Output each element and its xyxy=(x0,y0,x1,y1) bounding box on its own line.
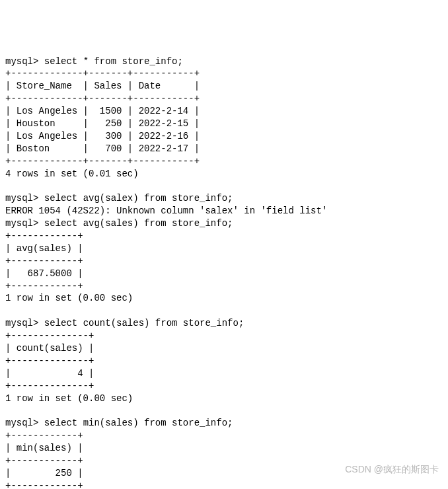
table-border: +------------+ xyxy=(5,430,83,441)
table-border: +-------------+-------+-----------+ xyxy=(5,68,200,79)
mysql-prompt: mysql> xyxy=(5,318,38,328)
table-header: | Store_Name | Sales | Date | xyxy=(5,81,200,91)
mysql-prompt: mysql> xyxy=(5,418,38,428)
result-footer: 1 row in set (0.00 sec) xyxy=(5,393,133,404)
table-header: | min(sales) | xyxy=(5,443,83,453)
table-row: | 4 | xyxy=(5,368,94,379)
terminal-output: mysql> select * from store_info; +------… xyxy=(5,56,327,489)
table-row: | Los Angeles | 300 | 2022-2-16 | xyxy=(5,131,200,141)
watermark: CSDN @疯狂的斯图卡 xyxy=(345,463,439,476)
table-header: | count(sales) | xyxy=(5,343,94,354)
result-footer: 1 row in set (0.00 sec) xyxy=(5,293,133,303)
table-row: | Houston | 250 | 2022-2-15 | xyxy=(5,118,200,129)
query-2: select avg(salex) from store_info; xyxy=(44,193,233,204)
query-4: select count(sales) from store_info; xyxy=(44,318,244,328)
table-border: +------------+ xyxy=(5,231,83,241)
mysql-prompt: mysql> xyxy=(5,218,38,229)
query-1: select * from store_info; xyxy=(44,56,183,67)
table-border: +------------+ xyxy=(5,480,83,489)
error-message: ERROR 1054 (42S22): Unknown column 'sale… xyxy=(5,206,327,216)
table-row: | 250 | xyxy=(5,468,83,478)
table-border: +------------+ xyxy=(5,455,83,466)
table-row: | 687.5000 | xyxy=(5,268,83,279)
table-border: +--------------+ xyxy=(5,381,94,391)
mysql-prompt: mysql> xyxy=(5,56,38,67)
table-border: +-------------+-------+-----------+ xyxy=(5,93,200,104)
table-border: +-------------+-------+-----------+ xyxy=(5,156,200,167)
table-row: | Los Angeles | 1500 | 2022-2-14 | xyxy=(5,106,200,116)
table-border: +--------------+ xyxy=(5,330,94,341)
query-3: select avg(sales) from store_info; xyxy=(44,218,233,229)
query-5: select min(sales) from store_info; xyxy=(44,418,233,428)
result-footer: 4 rows in set (0.01 sec) xyxy=(5,169,139,179)
table-border: +------------+ xyxy=(5,256,83,266)
table-row: | Boston | 700 | 2022-2-17 | xyxy=(5,143,200,154)
mysql-prompt: mysql> xyxy=(5,193,38,204)
table-border: +------------+ xyxy=(5,281,83,291)
table-border: +--------------+ xyxy=(5,356,94,366)
table-header: | avg(sales) | xyxy=(5,243,83,254)
